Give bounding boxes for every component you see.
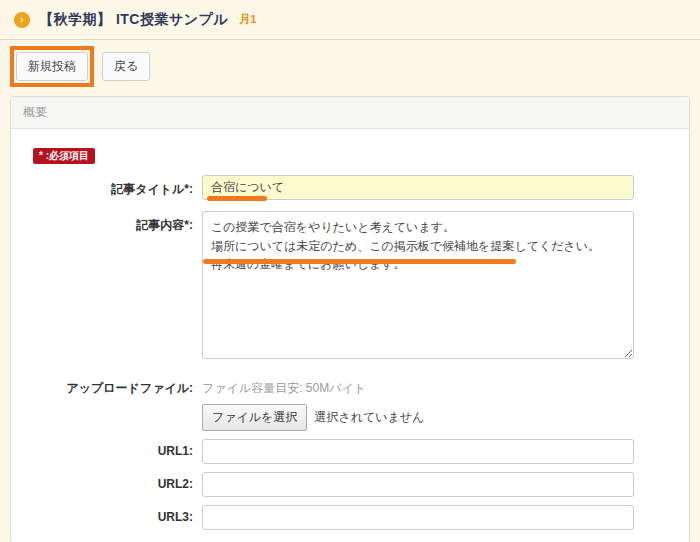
url2-row: URL2: bbox=[23, 472, 677, 497]
period-badge: 月1 bbox=[239, 12, 256, 27]
top-toolbar: 新規投稿 戻る bbox=[0, 40, 700, 93]
url1-input[interactable] bbox=[202, 439, 634, 464]
page-header: › 【秋学期】 ITC授業サンプル 月1 bbox=[0, 0, 700, 40]
choose-file-button[interactable]: ファイルを選択 bbox=[202, 404, 307, 431]
url3-row: URL3: bbox=[23, 505, 677, 530]
upload-row: アップロードファイル: ファイル容量目安: 50Mバイト ファイルを選択 選択さ… bbox=[23, 374, 677, 431]
content-label: 記事内容*: bbox=[23, 211, 193, 363]
new-post-button-top[interactable]: 新規投稿 bbox=[16, 52, 88, 81]
title-label: 記事タイトル*: bbox=[23, 175, 193, 200]
upload-label: アップロードファイル: bbox=[23, 374, 193, 431]
page-title: 【秋学期】 ITC授業サンプル bbox=[39, 11, 228, 29]
file-selection-status: 選択されていません bbox=[314, 409, 424, 426]
panel-body: * :必須項目 記事タイトル*: 記事内容*: この授業で合宿をやりたいと考えて… bbox=[11, 129, 689, 542]
url2-label: URL2: bbox=[23, 472, 193, 497]
content-textarea[interactable]: この授業で合宿をやりたいと考えています。 場所については未定のため、この掲示板で… bbox=[202, 211, 634, 359]
url1-row: URL1: bbox=[23, 439, 677, 464]
title-input[interactable] bbox=[202, 175, 634, 200]
url1-label: URL1: bbox=[23, 439, 193, 464]
url2-input[interactable] bbox=[202, 472, 634, 497]
panel-header: 概要 bbox=[11, 97, 689, 129]
chevron-right-circle-icon: › bbox=[14, 12, 30, 28]
url3-label: URL3: bbox=[23, 505, 193, 530]
url3-input[interactable] bbox=[202, 505, 634, 530]
overview-panel: 概要 * :必須項目 記事タイトル*: 記事内容*: この授業で合宿をやりたいと… bbox=[10, 96, 690, 542]
upload-size-hint: ファイル容量目安: 50Mバイト bbox=[202, 374, 424, 397]
title-row: 記事タイトル*: bbox=[23, 175, 677, 200]
annotation-highlight-top: 新規投稿 bbox=[10, 46, 94, 87]
back-button-top[interactable]: 戻る bbox=[102, 52, 150, 81]
content-row: 記事内容*: この授業で合宿をやりたいと考えています。 場所については未定のため… bbox=[23, 211, 677, 363]
required-fields-badge: * :必須項目 bbox=[33, 148, 95, 164]
